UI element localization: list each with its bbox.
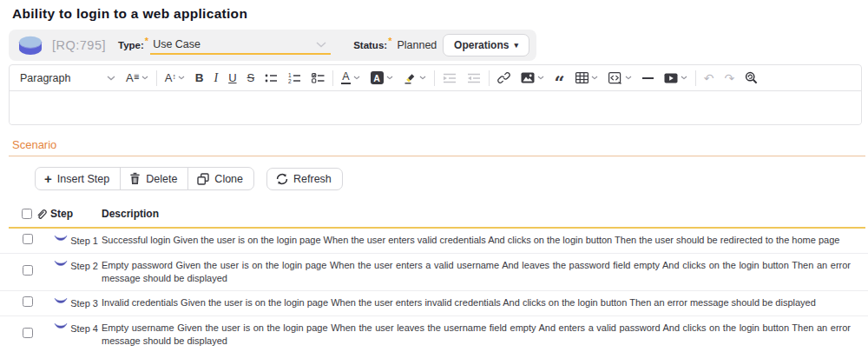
editor-toolbar: Paragraph A≣ A↕ B I U S 12 A A	[10, 65, 861, 90]
refresh-icon	[276, 173, 288, 185]
step-description: Invalid credentials Given the user is on…	[102, 296, 851, 309]
required-marker: *	[145, 36, 148, 46]
use-case-step-icon	[54, 235, 68, 242]
chevron-down-icon	[386, 76, 393, 80]
font-size-button[interactable]: A↕	[160, 67, 190, 90]
italic-button[interactable]: I	[208, 67, 223, 90]
toolbar-divider	[332, 70, 333, 86]
step-description: Empty username Given the user is on the …	[102, 322, 851, 348]
highlight-button[interactable]	[398, 67, 431, 90]
scenario-toolbar: + Insert Step Delete Clone Refresh	[35, 167, 868, 190]
bulleted-list-button[interactable]	[260, 67, 283, 90]
toolbar-divider	[695, 70, 696, 86]
clone-icon	[197, 173, 209, 185]
background-color-button[interactable]: A	[365, 67, 398, 90]
scenario-divider	[9, 156, 865, 156]
code-block-button[interactable]	[603, 67, 637, 90]
status-value: Planned	[397, 39, 437, 51]
media-embed-button[interactable]	[659, 67, 693, 90]
type-value: Use Case	[153, 38, 201, 50]
description-textarea[interactable]	[10, 90, 861, 124]
type-dropdown[interactable]: Use Case	[150, 36, 331, 55]
row-checkbox[interactable]	[23, 328, 33, 338]
insert-step-button[interactable]: + Insert Step	[35, 167, 121, 190]
step-number: Step 4	[70, 322, 98, 335]
type-label: Type:*	[118, 40, 150, 50]
refresh-button[interactable]: Refresh	[266, 168, 343, 190]
find-replace-button[interactable]	[740, 67, 763, 90]
insert-table-button[interactable]	[570, 67, 603, 90]
trash-icon	[129, 172, 141, 185]
required-marker: *	[388, 36, 391, 46]
caret-down-icon: ▾	[514, 41, 518, 50]
step-column-header: Step	[50, 208, 102, 220]
toolbar-divider	[489, 70, 490, 86]
requirement-disc-icon	[17, 35, 43, 56]
chevron-down-icon	[681, 76, 687, 80]
chevron-down-icon	[107, 76, 115, 81]
bold-button[interactable]: B	[190, 67, 209, 90]
description-column-header: Description	[102, 208, 851, 220]
chevron-down-icon	[353, 76, 360, 80]
status-label: Status:*	[353, 40, 393, 50]
chevron-down-icon	[141, 76, 148, 80]
indent-button	[437, 67, 462, 90]
image-button[interactable]	[516, 67, 549, 90]
numbered-list-button[interactable]: 12	[283, 67, 306, 90]
checklist-button[interactable]	[306, 67, 330, 90]
table-row[interactable]: Step 3 Invalid credentials Given the use…	[0, 291, 868, 316]
select-all-checkbox[interactable]	[22, 209, 32, 219]
artifact-id: [RQ:795]	[52, 38, 106, 52]
operations-button[interactable]: Operations ▾	[443, 34, 529, 56]
use-case-step-icon	[54, 322, 68, 330]
step-button-group: + Insert Step Delete Clone	[35, 167, 254, 190]
redo-button: ↷	[719, 67, 740, 90]
chevron-down-icon	[316, 42, 326, 48]
font-style-button[interactable]: A≣	[121, 67, 154, 90]
page-title: Ability to login to a web application	[0, 0, 868, 22]
description-editor: Paragraph A≣ A↕ B I U S 12 A A	[9, 64, 862, 125]
svg-text:2: 2	[288, 78, 292, 83]
use-case-step-icon	[54, 260, 68, 268]
strikethrough-button[interactable]: S	[242, 67, 260, 90]
chevron-down-icon	[537, 76, 544, 80]
chevron-down-icon	[591, 76, 598, 80]
attachment-paperclip-icon	[36, 208, 47, 220]
row-checkbox[interactable]	[23, 296, 33, 307]
toolbar-divider	[156, 70, 157, 86]
step-description: Empty password Given the user is on the …	[102, 259, 851, 285]
toolbar-divider	[434, 70, 435, 86]
step-number: Step 3	[70, 297, 98, 310]
font-color-button[interactable]: A	[336, 67, 365, 90]
undo-button: ↶	[699, 67, 720, 90]
step-number: Step 1	[70, 235, 98, 248]
use-case-step-icon	[54, 297, 68, 305]
blockquote-button[interactable]: “	[549, 67, 570, 90]
table-row[interactable]: Step 2 Empty password Given the user is …	[0, 254, 868, 291]
outdent-button	[462, 67, 486, 90]
chevron-down-icon	[419, 76, 426, 80]
step-number: Step 2	[70, 260, 98, 273]
steps-table-header: Step Description	[0, 203, 868, 224]
horizontal-rule-button[interactable]	[637, 67, 659, 90]
clone-button[interactable]: Clone	[187, 167, 254, 190]
table-row[interactable]: Step 1 Successful login Given the user i…	[0, 229, 868, 254]
chevron-down-icon	[178, 76, 185, 80]
table-row[interactable]: Step 4 Empty username Given the user is …	[0, 316, 868, 352]
chevron-down-icon	[625, 76, 632, 80]
row-checkbox[interactable]	[23, 234, 33, 244]
link-button[interactable]	[492, 67, 516, 90]
plus-icon: +	[44, 172, 52, 185]
paragraph-style-dropdown[interactable]: Paragraph	[15, 67, 121, 90]
delete-button[interactable]: Delete	[120, 167, 188, 190]
artifact-header-bar: [RQ:795] Type:* Use Case Status:* Planne…	[9, 30, 536, 61]
scenario-heading: Scenario	[12, 138, 868, 151]
underline-button[interactable]: U	[223, 67, 241, 90]
row-checkbox[interactable]	[23, 265, 33, 276]
step-description: Successful login Given the user is on th…	[102, 234, 851, 247]
